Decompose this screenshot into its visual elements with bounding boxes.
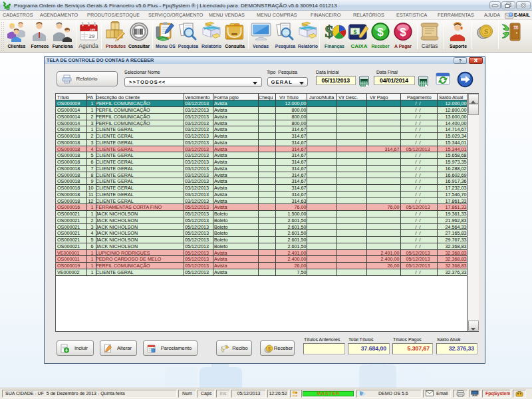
svg-text:EXIT: EXIT xyxy=(513,27,519,29)
svg-text:$: $ xyxy=(400,26,406,39)
svg-text:$: $ xyxy=(325,22,334,41)
svg-text:$: $ xyxy=(268,346,271,352)
svg-text:29: 29 xyxy=(89,33,95,39)
svg-text:JAN: JAN xyxy=(90,28,95,31)
svg-text:$: $ xyxy=(353,29,356,35)
svg-text:$: $ xyxy=(377,26,384,39)
svg-text:S: S xyxy=(484,27,488,35)
